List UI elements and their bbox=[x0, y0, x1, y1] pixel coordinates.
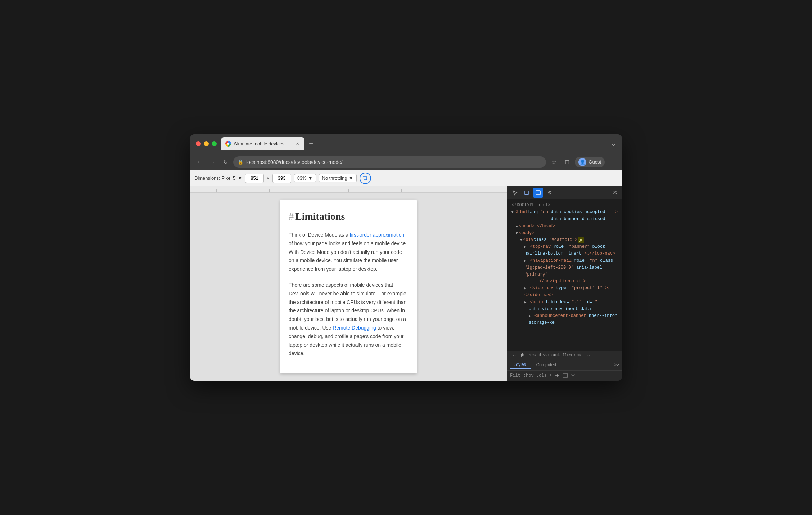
devtools-bottom: ... ght-400 div.stack.flow-spa ... Style… bbox=[507, 351, 622, 381]
code-attr: class= bbox=[600, 258, 615, 263]
active-tab[interactable]: Simulate mobile devices with D ✕ bbox=[221, 137, 304, 150]
throttle-dropdown[interactable]: No throttling ▼ bbox=[319, 174, 357, 182]
code-collapse-arrow[interactable]: ▶ bbox=[516, 224, 518, 229]
width-input[interactable] bbox=[245, 174, 264, 183]
dimensions-dropdown-arrow[interactable]: ▼ bbox=[238, 175, 242, 181]
code-tag: <main bbox=[530, 300, 546, 305]
code-value: "en" bbox=[540, 209, 551, 216]
page-heading: #Limitations bbox=[289, 211, 408, 222]
code-value: "n" bbox=[590, 258, 597, 263]
throttle-dropdown-arrow: ▼ bbox=[349, 175, 353, 181]
bookmark-icon[interactable]: ☆ bbox=[549, 157, 559, 167]
code-collapse-arrow[interactable]: ▼ bbox=[511, 210, 513, 215]
toggle-icon[interactable] bbox=[570, 373, 576, 378]
code-line: …</navigation-rail> bbox=[511, 278, 618, 285]
code-collapse-arrow[interactable]: ▶ bbox=[524, 301, 526, 304]
code-tag: <html bbox=[514, 209, 527, 216]
new-tab-button[interactable]: + bbox=[306, 139, 316, 149]
code-collapse-arrow[interactable]: ▼ bbox=[520, 238, 522, 243]
devtools-panel-header: ⚙ ⋮ ✕ bbox=[507, 186, 622, 199]
ruler-mark bbox=[269, 189, 296, 192]
height-input[interactable] bbox=[272, 174, 291, 183]
url-bar[interactable]: 🔒 localhost:8080/docs/devtools/device-mo… bbox=[233, 156, 546, 168]
address-bar: ← → ↻ 🔒 localhost:8080/docs/devtools/dev… bbox=[190, 153, 622, 170]
code-collapse-arrow[interactable]: ▶ bbox=[524, 287, 526, 290]
add-filter-icon[interactable] bbox=[555, 373, 560, 378]
device-mode-icon[interactable] bbox=[522, 188, 532, 198]
close-button[interactable] bbox=[196, 141, 201, 146]
code-collapse-arrow[interactable]: ▼ bbox=[516, 231, 518, 236]
more-tabs-button[interactable]: >> bbox=[614, 362, 619, 367]
code-attr: role= bbox=[553, 244, 566, 249]
code-attr: role= bbox=[574, 258, 587, 263]
page-ruler bbox=[190, 186, 507, 193]
computed-tab[interactable]: Computed bbox=[532, 361, 560, 369]
para1-prefix: Think of Device Mode as a bbox=[289, 232, 350, 238]
address-bar-actions: ☆ ⊡ 👤 Guest ⋮ bbox=[549, 157, 618, 167]
svg-rect-7 bbox=[563, 373, 567, 378]
reload-button[interactable]: ↻ bbox=[220, 157, 230, 167]
devtools-close-button[interactable]: ✕ bbox=[610, 188, 619, 197]
maximize-button[interactable] bbox=[212, 141, 217, 146]
back-button[interactable]: ← bbox=[194, 157, 204, 167]
code-line: ▶ <navigation-rail role= "n" class= "lg:… bbox=[511, 258, 618, 278]
breadcrumb-bar: ... ght-400 div.stack.flow-spa ... bbox=[507, 351, 622, 359]
tab-bar-collapse[interactable]: ⌄ bbox=[611, 140, 616, 148]
code-doctype: <!DOCTYPE html> bbox=[511, 202, 550, 209]
ruler-mark bbox=[428, 189, 454, 192]
code-attr: data-cookies-accepted data-banner-dismis… bbox=[551, 209, 615, 223]
para2-prefix: There are some aspects of mobile devices… bbox=[289, 282, 408, 331]
code-tag: <body> bbox=[519, 230, 534, 237]
elements-tab-icon[interactable] bbox=[533, 188, 543, 198]
ruler-mark bbox=[348, 189, 375, 192]
code-attr: type= bbox=[556, 286, 569, 291]
first-order-link[interactable]: first-order approximation bbox=[350, 232, 405, 238]
code-value: "banner" bbox=[569, 244, 590, 249]
rotate-button[interactable] bbox=[360, 173, 371, 184]
code-collapse-arrow[interactable]: ▶ bbox=[529, 314, 531, 318]
code-value: "-1" bbox=[572, 300, 582, 305]
tab-bar: Simulate mobile devices with D ✕ + ⌄ bbox=[221, 137, 616, 150]
code-line: ▼ <html lang="en" data-cookies-accepted … bbox=[511, 209, 618, 223]
computed-icon[interactable] bbox=[563, 373, 568, 378]
tab-title: Simulate mobile devices with D bbox=[234, 141, 292, 147]
code-tag: <announcement-banner bbox=[534, 313, 589, 318]
split-screen-icon[interactable]: ⊡ bbox=[562, 157, 572, 167]
code-collapse-arrow[interactable]: ▶ bbox=[524, 259, 526, 263]
dimensions-label: Dimensions: Pixel 5 bbox=[194, 175, 235, 181]
svg-rect-2 bbox=[536, 191, 540, 195]
code-attr: id= bbox=[585, 300, 592, 305]
zoom-dropdown[interactable]: 83% ▼ bbox=[294, 174, 316, 182]
code-line: ▶ <main tabindex= "-1" id= " bbox=[511, 299, 618, 306]
profile-button[interactable]: 👤 Guest bbox=[575, 157, 605, 167]
ruler-mark bbox=[375, 189, 401, 192]
devtools-more-icon[interactable]: ⋮ bbox=[556, 188, 566, 198]
dimension-x-separator: × bbox=[267, 175, 270, 181]
forward-button[interactable]: → bbox=[207, 157, 217, 167]
code-tag: <navigation-rail bbox=[530, 258, 574, 263]
remote-debugging-link[interactable]: Remote Debugging bbox=[333, 325, 376, 331]
inspect-element-icon[interactable] bbox=[510, 188, 520, 198]
code-collapse-arrow[interactable]: ▶ bbox=[524, 245, 526, 249]
tab-close-button[interactable]: ✕ bbox=[294, 141, 300, 147]
zoom-dropdown-arrow: ▼ bbox=[308, 175, 313, 181]
page-viewport: #Limitations Think of Device Mode as a f… bbox=[190, 186, 507, 381]
breadcrumb-text: ... ght-400 div.stack.flow-spa ... bbox=[510, 353, 591, 357]
code-line: <!DOCTYPE html> bbox=[511, 202, 618, 209]
badge: gr bbox=[578, 237, 584, 243]
code-value: "lg:pad-left-200 0" bbox=[524, 265, 574, 270]
toolbar-more-button[interactable]: ⋮ bbox=[374, 173, 384, 183]
ruler-mark bbox=[190, 189, 216, 192]
minimize-button[interactable] bbox=[204, 141, 209, 146]
more-options-icon[interactable]: ⋮ bbox=[608, 157, 618, 167]
code-tag: >…</top-nav> bbox=[584, 251, 615, 256]
dimensions-selector[interactable]: Dimensions: Pixel 5 ▼ bbox=[194, 175, 242, 181]
title-bar: Simulate mobile devices with D ✕ + ⌄ bbox=[190, 134, 622, 153]
tab-favicon bbox=[225, 141, 231, 147]
paragraph-2: There are some aspects of mobile devices… bbox=[289, 281, 408, 358]
code-attr: tabindex= bbox=[546, 300, 569, 305]
code-line: ▼ <div class= "scaffold" > gr bbox=[511, 237, 618, 243]
filter-placeholder: Filt bbox=[510, 373, 520, 378]
settings-icon[interactable]: ⚙ bbox=[545, 188, 555, 198]
styles-tab[interactable]: Styles bbox=[510, 360, 531, 369]
